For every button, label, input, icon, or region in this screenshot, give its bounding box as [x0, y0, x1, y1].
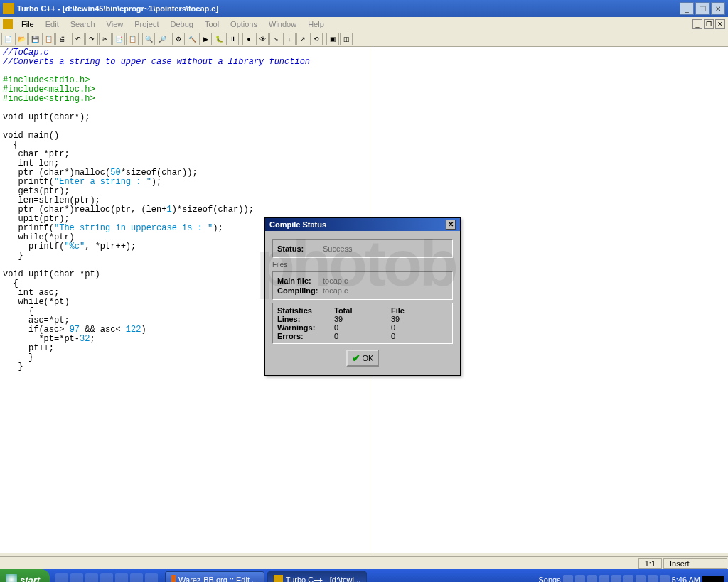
code-line: if(asc>=: [3, 325, 70, 335]
menu-search[interactable]: Search: [65, 18, 101, 30]
code-line: asc=*pt;: [3, 316, 70, 325]
code-line: //Converts a string to upper case withou…: [3, 57, 310, 67]
cut-icon[interactable]: ✂: [99, 33, 112, 45]
songs-label[interactable]: Songs: [538, 576, 560, 582]
check-icon: ✔: [352, 352, 360, 364]
quicklaunch-icon[interactable]: [70, 573, 83, 582]
code-line: void upit(char *pt): [3, 269, 100, 279]
warnings-label: Warnings:: [277, 323, 334, 332]
compiling-label: Compiling:: [277, 286, 323, 295]
menu-project[interactable]: Project: [129, 18, 164, 30]
build-icon[interactable]: 🔨: [186, 33, 198, 45]
code-line: upit(ptr);: [3, 214, 70, 224]
new-file-icon[interactable]: 📄: [1, 33, 14, 45]
status-value: Success: [323, 244, 353, 253]
mdi-close[interactable]: ✕: [715, 19, 725, 29]
tray-icon[interactable]: [623, 575, 633, 582]
system-tray: Songs 5:46 AM: [538, 575, 728, 582]
restart-icon[interactable]: ⟲: [310, 33, 323, 45]
quicklaunch-icon[interactable]: [85, 573, 98, 582]
close-button[interactable]: ✕: [711, 2, 725, 15]
open-icon[interactable]: 📂: [15, 33, 28, 45]
menu-tool[interactable]: Tool: [199, 18, 225, 30]
save-icon[interactable]: 💾: [28, 33, 41, 45]
undo-icon[interactable]: ↶: [72, 33, 85, 45]
run-icon[interactable]: ▶: [199, 33, 212, 45]
quicklaunch-icon[interactable]: [100, 573, 113, 582]
ok-button[interactable]: ✔ OK: [346, 350, 379, 367]
maximize-button[interactable]: ❐: [695, 2, 710, 15]
paste-icon[interactable]: 📋: [126, 33, 139, 45]
code-line: //ToCap.c: [3, 48, 49, 58]
firefox-icon: [171, 575, 176, 582]
dialog-close-button[interactable]: ✕: [446, 220, 456, 230]
tray-icon[interactable]: [599, 575, 609, 582]
windows-logo-icon: [6, 574, 17, 582]
quicklaunch-icon[interactable]: [115, 573, 128, 582]
menu-file[interactable]: File: [16, 18, 40, 30]
lines-total: 39: [334, 315, 391, 323]
taskbar-button-turboc[interactable]: Turbo C++ - [d:\tcwi...: [267, 571, 367, 582]
start-button[interactable]: start: [0, 569, 50, 582]
find-next-icon[interactable]: 🔎: [156, 33, 168, 45]
window-icon[interactable]: ▣: [326, 33, 339, 45]
warnings-total: 0: [334, 323, 391, 332]
taskbar-button-firefox[interactable]: Warez-BB.org :: Edit ...: [165, 571, 264, 582]
code-line: ptr=(char*)malloc(: [3, 168, 110, 178]
menu-edit[interactable]: Edit: [40, 18, 65, 30]
compile-status-dialog: Compile Status ✕ Status: Success Files M…: [264, 217, 461, 376]
quicklaunch-icon[interactable]: [55, 573, 68, 582]
statistics-label: Statistics: [277, 306, 334, 315]
warnings-file: 0: [391, 323, 448, 332]
mainfile-value: tocap.c: [323, 276, 348, 285]
mdi-minimize[interactable]: _: [692, 19, 702, 29]
menu-view[interactable]: View: [101, 18, 129, 30]
code-line: while(*ptr): [3, 232, 75, 242]
errors-label: Errors:: [277, 332, 334, 340]
code-line: gets(ptr);: [3, 186, 70, 196]
status-bar: 1:1 Insert: [0, 556, 728, 569]
breakpoint-icon[interactable]: ●: [242, 33, 255, 45]
dialog-titlebar[interactable]: Compile Status ✕: [265, 218, 460, 231]
total-label: Total: [334, 306, 391, 315]
mainfile-label: Main file:: [277, 276, 323, 285]
titlebar: Turbo C++ - [d:\tcwin45\bin\cprogr~1\poi…: [0, 0, 728, 17]
copy-icon[interactable]: 📑: [112, 33, 125, 45]
status-mode: Insert: [663, 558, 727, 569]
quicklaunch-icon[interactable]: [130, 573, 143, 582]
debug-icon[interactable]: 🐛: [213, 33, 225, 45]
code-line: }: [3, 362, 23, 372]
stepout-icon[interactable]: ↗: [296, 33, 309, 45]
code-line: {: [3, 279, 18, 289]
window-title: Turbo C++ - [d:\tcwin45\bin\cprogr~1\poi…: [17, 4, 678, 13]
tile-icon[interactable]: ◫: [340, 33, 353, 45]
minimize-button[interactable]: _: [680, 2, 694, 15]
menu-options[interactable]: Options: [225, 18, 263, 30]
menu-window[interactable]: Window: [263, 18, 302, 30]
clock[interactable]: 5:46 AM: [672, 576, 700, 582]
code-line: #include<stdio.h>: [3, 75, 90, 85]
find-icon[interactable]: 🔍: [142, 33, 155, 45]
tray-icon[interactable]: [611, 575, 621, 582]
tray-icon[interactable]: [636, 575, 646, 582]
save-all-icon[interactable]: 📋: [42, 33, 55, 45]
print-icon[interactable]: 🖨: [55, 33, 68, 45]
step-icon[interactable]: ↘: [269, 33, 282, 45]
tray-icon[interactable]: [648, 575, 658, 582]
trace-icon[interactable]: ↓: [283, 33, 296, 45]
redo-icon[interactable]: ↷: [85, 33, 98, 45]
mdi-maximize[interactable]: ❐: [704, 19, 714, 29]
quicklaunch-icon[interactable]: [145, 573, 158, 582]
tray-icon[interactable]: [660, 575, 670, 582]
watch-icon[interactable]: 👁: [256, 33, 269, 45]
compile-icon[interactable]: ⚙: [172, 33, 185, 45]
pause-icon[interactable]: ⏸: [226, 33, 239, 45]
tray-icon[interactable]: [575, 575, 585, 582]
dialog-title-text: Compile Status: [269, 220, 326, 229]
menu-help[interactable]: Help: [302, 18, 330, 30]
code-line: void upit(char*);: [3, 112, 90, 122]
tray-icon[interactable]: [587, 575, 597, 582]
tray-icon[interactable]: [563, 575, 573, 582]
menu-debug[interactable]: Debug: [164, 18, 198, 30]
status-position: 1:1: [638, 558, 662, 569]
